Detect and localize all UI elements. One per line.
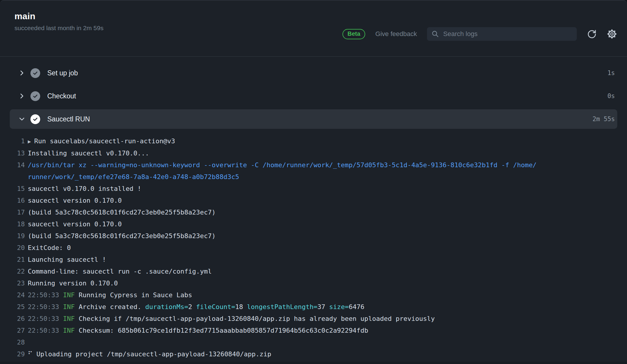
log-text: 22:50:33 INF Archive created. durationMs… xyxy=(25,301,364,313)
log-line: 29⠋ Uploading project /tmp/saucectl-app-… xyxy=(0,348,627,360)
log-segment: longestPathLength= xyxy=(247,303,317,311)
line-number[interactable]: 16 xyxy=(0,195,25,207)
chevron-down-icon[interactable] xyxy=(18,116,25,122)
log-line: 20ExitCode: 0 xyxy=(0,242,627,254)
log-line: 19(build 5a3c78c0c5618c01f6cd27c3eb0e25f… xyxy=(0,230,627,242)
log-text: ⠋ Uploading project /tmp/saucectl-app-pa… xyxy=(25,348,271,360)
success-check-icon xyxy=(30,114,40,124)
log-line: 2522:50:33 INF Archive created. duration… xyxy=(0,301,627,313)
log-segment: size= xyxy=(329,303,349,311)
chevron-right-icon[interactable] xyxy=(18,70,25,76)
log-segment: saucectl v0.170.0 installed ! xyxy=(28,185,141,192)
log-line: 13Installing saucectl v0.170.0... xyxy=(0,147,627,159)
log-text: 22:50:33 INF Checking if /tmp/saucectl-a… xyxy=(25,313,435,325)
log-line: 2622:50:33 INF Checking if /tmp/saucectl… xyxy=(0,313,627,325)
log-lines: 1▶ Run saucelabs/saucectl-run-action@v31… xyxy=(0,135,627,364)
log-line: 22Command-line: saucectl run -c .sauce/c… xyxy=(0,266,627,277)
give-feedback-link[interactable]: Give feedback xyxy=(375,30,417,38)
search-box[interactable] xyxy=(427,27,577,41)
header-actions: Beta Give feedback xyxy=(342,11,617,57)
log-line: 23Running version 0.170.0 xyxy=(0,277,627,289)
line-number[interactable]: 22 xyxy=(0,266,25,277)
log-segment: fileCount= xyxy=(196,303,235,311)
step-row[interactable]: Set up job1s xyxy=(10,63,617,83)
log-segment: Running version 0.170.0 xyxy=(28,280,118,287)
step-duration: 2m 55s xyxy=(592,116,615,123)
gear-icon xyxy=(607,29,617,39)
line-number[interactable]: 18 xyxy=(0,218,25,230)
search-input[interactable] xyxy=(443,30,572,38)
log-text: Command-line: saucectl run -c .sauce/con… xyxy=(25,266,212,277)
log-line: 17(build 5a3c78c0c5618c01f6cd27c3eb0e25f… xyxy=(0,207,627,218)
log-segment: ExitCode: 0 xyxy=(28,244,71,251)
line-number[interactable]: 23 xyxy=(0,277,25,289)
search-icon xyxy=(431,30,439,38)
line-number[interactable]: 13 xyxy=(0,147,25,159)
log-text: (build 5a3c78c0c5618c01f6cd27c3eb0e25f5b… xyxy=(25,207,216,218)
log-segment: 22:50:33 xyxy=(28,303,63,311)
line-number[interactable]: 20 xyxy=(0,242,25,254)
steps-list: Set up job1sCheckout0sSaucectl RUN2m 55s xyxy=(0,57,627,129)
log-segment: 22:50:33 xyxy=(28,315,63,322)
step-name: Saucectl RUN xyxy=(47,115,90,123)
log-segment: (build 5a3c78c0c5618c01f6cd27c3eb0e25f5b… xyxy=(28,232,216,240)
log-segment: Run saucelabs/saucectl-run-action@v3 xyxy=(34,137,175,145)
line-number[interactable]: 21 xyxy=(0,254,25,266)
refresh-button[interactable] xyxy=(587,29,597,39)
log-segment: INF xyxy=(63,303,75,311)
success-check-icon xyxy=(30,91,40,101)
log-text: ExitCode: 0 xyxy=(25,242,71,254)
log-line: 18saucectl version 0.170.0 xyxy=(0,218,627,230)
log-segment: INF xyxy=(63,315,75,322)
line-number[interactable]: 14 xyxy=(0,159,25,183)
log-text: ▶ Run saucelabs/saucectl-run-action@v3 xyxy=(25,135,175,147)
refresh-icon xyxy=(587,29,597,39)
step-row[interactable]: Saucectl RUN2m 55s xyxy=(10,109,617,129)
log-text: 22:50:33 INF Checksum: 685b061c79ce1dfb1… xyxy=(25,325,368,337)
bottom-edge xyxy=(0,362,627,364)
header: main succeeded last month in 2m 59s Beta… xyxy=(0,11,627,57)
line-number[interactable]: 24 xyxy=(0,289,25,301)
chevron-right-icon[interactable] xyxy=(18,93,25,99)
log-segment: Archive created. xyxy=(75,303,145,311)
step-duration: 0s xyxy=(607,92,615,100)
log-segment: saucectl version 0.170.0 xyxy=(28,197,122,204)
line-number[interactable]: 28 xyxy=(0,337,25,348)
log-segment: (build 5a3c78c0c5618c01f6cd27c3eb0e25f5b… xyxy=(28,209,216,216)
log-segment: Launching saucectl ! xyxy=(28,256,106,263)
log-segment: Uploading project /tmp/saucectl-app-payl… xyxy=(36,350,271,358)
line-number[interactable]: 26 xyxy=(0,313,25,325)
step-name: Set up job xyxy=(47,69,78,77)
step-row[interactable]: Checkout0s xyxy=(10,86,617,106)
log-text: Launching saucectl ! xyxy=(25,254,106,266)
spinner-icon: ⠋ xyxy=(28,350,36,358)
step-duration: 1s xyxy=(607,69,615,77)
log-line: 16saucectl version 0.170.0 xyxy=(0,195,627,207)
log-segment: 22:50:33 xyxy=(28,291,63,299)
line-number[interactable]: 19 xyxy=(0,230,25,242)
log-segment: Checking if /tmp/saucectl-app-payload-13… xyxy=(75,315,435,322)
log-segment: durationMs= xyxy=(145,303,188,311)
log-segment: 6476 xyxy=(349,303,364,311)
log-line: 14/usr/bin/tar xz --warning=no-unknown-k… xyxy=(0,159,627,183)
line-number[interactable]: 27 xyxy=(0,325,25,337)
log-segment: 37 xyxy=(317,303,329,311)
log-segment: INF xyxy=(63,291,75,299)
log-segment: 2 xyxy=(188,303,196,311)
line-number[interactable]: 29 xyxy=(0,348,25,360)
line-number[interactable]: 25 xyxy=(0,301,25,313)
log-segment: 18 xyxy=(235,303,247,311)
line-number[interactable]: 15 xyxy=(0,183,25,195)
log-segment: INF xyxy=(63,327,75,334)
step-name: Checkout xyxy=(47,92,76,100)
log-text: 22:50:33 INF Running Cypress in Sauce La… xyxy=(25,289,192,301)
settings-button[interactable] xyxy=(607,29,617,39)
log-segment: /usr/bin/tar xz --warning=no-unknown-key… xyxy=(28,161,537,181)
group-toggle-icon[interactable]: ▶ xyxy=(28,138,34,144)
line-number[interactable]: 1 xyxy=(0,135,25,147)
log-text: saucectl version 0.170.0 xyxy=(25,195,122,207)
workflow-log-viewer: main succeeded last month in 2m 59s Beta… xyxy=(0,0,627,364)
log-text: saucectl v0.170.0 installed ! xyxy=(25,183,141,195)
log-segment: Installing saucectl v0.170.0... xyxy=(28,150,149,157)
line-number[interactable]: 17 xyxy=(0,207,25,218)
